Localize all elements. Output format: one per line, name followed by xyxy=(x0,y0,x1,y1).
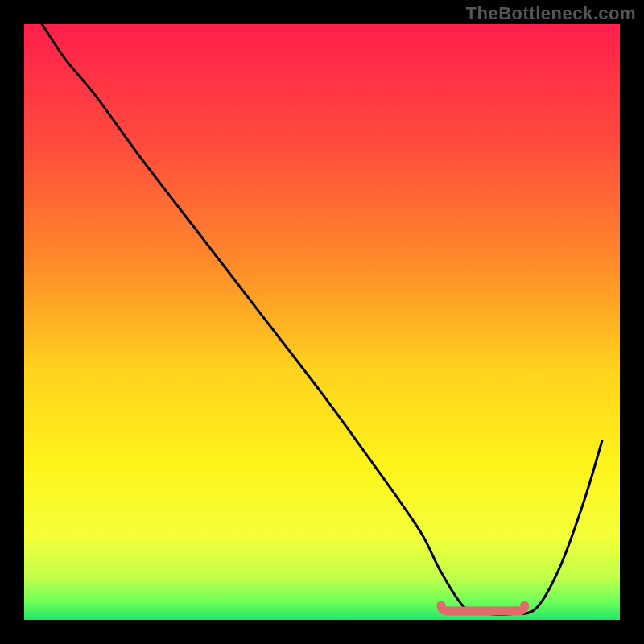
plot-background xyxy=(24,24,620,620)
bottleneck-chart xyxy=(0,0,644,644)
watermark-text: TheBottleneck.com xyxy=(466,3,636,24)
chart-frame: TheBottleneck.com xyxy=(0,0,644,644)
